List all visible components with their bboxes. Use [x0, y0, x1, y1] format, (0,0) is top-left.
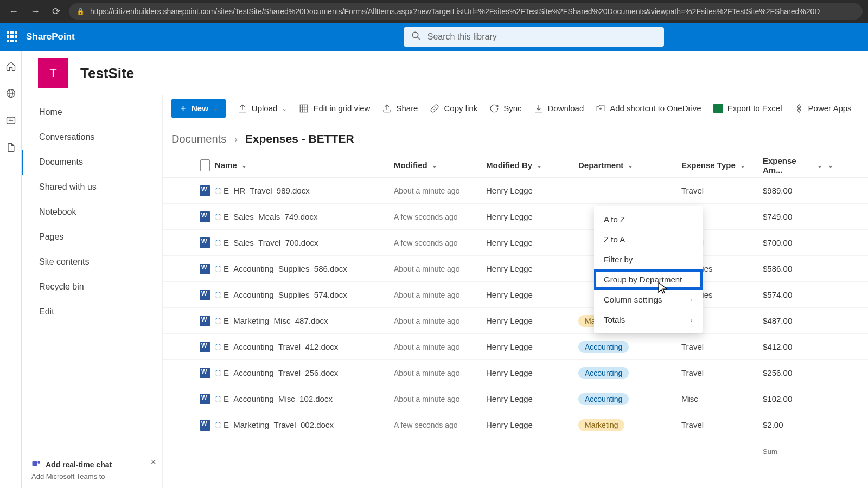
column-name[interactable]: Name⌄ — [215, 160, 394, 170]
column-modified[interactable]: Modified⌄ — [394, 160, 486, 170]
copy-link-button[interactable]: Copy link — [430, 104, 477, 113]
nav-conversations[interactable]: Conversations — [22, 125, 162, 150]
column-department[interactable]: Department⌄ — [578, 160, 681, 170]
modified-by[interactable]: Henry Legge — [486, 420, 533, 429]
word-icon — [200, 368, 210, 378]
column-expense-amount[interactable]: Expense Am...⌄⌄ — [763, 156, 833, 175]
app-launcher-icon[interactable] — [7, 31, 17, 42]
expense-amount: $487.00 — [763, 316, 792, 325]
expense-type: Travel — [681, 368, 704, 377]
new-label: New — [192, 104, 208, 113]
file-name[interactable]: E_Marketing_Travel_002.docx — [224, 420, 334, 429]
sync-button[interactable]: Sync — [489, 104, 521, 113]
nav-pages[interactable]: Pages — [22, 224, 162, 249]
plus-icon: ＋ — [179, 103, 187, 113]
nav-site-contents[interactable]: Site contents — [22, 249, 162, 274]
file-name[interactable]: E_Sales_Meals_749.docx — [224, 212, 317, 221]
new-button[interactable]: ＋ New ⌄ — [171, 99, 226, 118]
modified-by[interactable]: Henry Legge — [486, 368, 533, 377]
browser-chrome: ← → ⟳ 🔒 https://citizenbuilders.sharepoi… — [0, 0, 868, 23]
word-icon — [200, 420, 210, 431]
column-settings[interactable]: Column settings› — [594, 290, 703, 310]
file-name[interactable]: E_Accounting_Supplies_586.docx — [224, 264, 347, 273]
export-excel-button[interactable]: Export to Excel — [713, 104, 782, 113]
table-header: Name⌄ Modified⌄ Modified By⌄ Department⌄… — [163, 153, 868, 178]
share-button[interactable]: Share — [382, 104, 418, 113]
modified-by[interactable]: Henry Legge — [486, 394, 533, 403]
nav-home[interactable]: Home — [22, 100, 162, 125]
expense-type: Travel — [681, 186, 704, 195]
news-icon[interactable] — [5, 115, 16, 126]
search-icon — [411, 31, 421, 43]
expense-type: Travel — [681, 342, 704, 351]
file-type-icon — [195, 237, 215, 248]
site-logo[interactable]: T — [38, 58, 68, 88]
type-icon-header[interactable] — [195, 159, 215, 171]
table-row[interactable]: E_Accounting_Travel_256.docxAbout a minu… — [163, 360, 868, 386]
file-type-icon — [195, 264, 215, 274]
sort-z-to-a[interactable]: Z to A — [594, 229, 703, 249]
files-icon[interactable] — [5, 142, 16, 153]
table-row[interactable]: E_Accounting_Travel_412.docxAbout a minu… — [163, 334, 868, 360]
nav-notebook[interactable]: Notebook — [22, 200, 162, 224]
loading-spinner-icon — [215, 292, 221, 298]
totals[interactable]: Totals› — [594, 310, 703, 330]
nav-shared[interactable]: Shared with us — [22, 175, 162, 200]
modified-by[interactable]: Henry Legge — [486, 316, 533, 325]
file-type-icon — [195, 185, 215, 196]
power-apps-button[interactable]: Power Apps — [794, 104, 852, 113]
table-row[interactable]: E_Sales_Meals_749.docxA few seconds agoH… — [163, 204, 868, 230]
nav-documents[interactable]: Documents — [22, 150, 162, 175]
globe-icon[interactable] — [5, 88, 16, 99]
modified-by[interactable]: Henry Legge — [486, 342, 533, 351]
file-name[interactable]: E_HR_Travel_989.docx — [224, 186, 310, 195]
home-icon[interactable] — [5, 61, 16, 72]
filter-by[interactable]: Filter by — [594, 249, 703, 269]
sharepoint-label[interactable]: SharePoint — [26, 31, 75, 42]
file-name[interactable]: E_Accounting_Misc_102.docx — [224, 394, 333, 403]
forward-button[interactable]: → — [27, 4, 43, 20]
nav-edit[interactable]: Edit — [22, 299, 162, 324]
column-modified-by[interactable]: Modified By⌄ — [486, 160, 578, 170]
table-row[interactable]: E_Marketing_Misc_487.docxAbout a minute … — [163, 308, 868, 334]
upload-button[interactable]: Upload ⌄ — [238, 104, 288, 113]
column-expense-type[interactable]: Expense Type⌄ — [681, 160, 763, 170]
modified-by[interactable]: Henry Legge — [486, 264, 533, 273]
file-name[interactable]: E_Accounting_Supplies_574.docx — [224, 290, 347, 299]
file-name[interactable]: E_Accounting_Travel_412.docx — [224, 342, 338, 351]
table-row[interactable]: E_Accounting_Supplies_586.docxAbout a mi… — [163, 256, 868, 282]
close-icon[interactable]: × — [150, 457, 156, 468]
edit-grid-button[interactable]: Edit in grid view — [299, 104, 370, 113]
loading-spinner-icon — [215, 344, 221, 350]
address-bar[interactable]: 🔒 https://citizenbuilders.sharepoint.com… — [69, 3, 863, 20]
department-pill: Accounting — [578, 341, 629, 353]
file-name[interactable]: E_Accounting_Travel_256.docx — [224, 368, 338, 377]
add-shortcut-button[interactable]: Add shortcut to OneDrive — [596, 104, 701, 113]
modified-by[interactable]: Henry Legge — [486, 212, 533, 221]
breadcrumb-root[interactable]: Documents — [171, 133, 226, 145]
reload-button[interactable]: ⟳ — [49, 3, 63, 20]
download-button[interactable]: Download — [534, 104, 584, 113]
file-name[interactable]: E_Sales_Travel_700.docx — [224, 238, 318, 247]
search-input[interactable]: Search this library — [404, 27, 664, 47]
url-text: https://citizenbuilders.sharepoint.com/s… — [90, 7, 820, 16]
department-pill: Accounting — [578, 367, 629, 379]
chevron-down-icon: ⌄ — [817, 162, 822, 169]
word-icon — [200, 264, 210, 274]
modified-by[interactable]: Henry Legge — [486, 186, 533, 195]
sort-a-to-z[interactable]: A to Z — [594, 209, 703, 229]
nav-recycle-bin[interactable]: Recycle bin — [22, 274, 162, 299]
table-row[interactable]: E_Accounting_Misc_102.docxAbout a minute… — [163, 386, 868, 412]
table-row[interactable]: E_Marketing_Travel_002.docxA few seconds… — [163, 412, 868, 438]
table-row[interactable]: E_HR_Travel_989.docxAbout a minute agoHe… — [163, 178, 868, 204]
modified-by[interactable]: Henry Legge — [486, 238, 533, 247]
file-name[interactable]: E_Marketing_Misc_487.docx — [224, 316, 328, 325]
table-row[interactable]: E_Sales_Travel_700.docxA few seconds ago… — [163, 230, 868, 256]
table-row[interactable]: E_Accounting_Supplies_574.docxAbout a mi… — [163, 282, 868, 308]
site-name[interactable]: TestSite — [80, 65, 134, 82]
group-by-department[interactable]: Group by Department — [594, 269, 703, 290]
back-button[interactable]: ← — [5, 4, 22, 20]
modified-by[interactable]: Henry Legge — [486, 290, 533, 299]
modified-time: About a minute ago — [394, 291, 459, 299]
teams-icon — [31, 459, 41, 470]
